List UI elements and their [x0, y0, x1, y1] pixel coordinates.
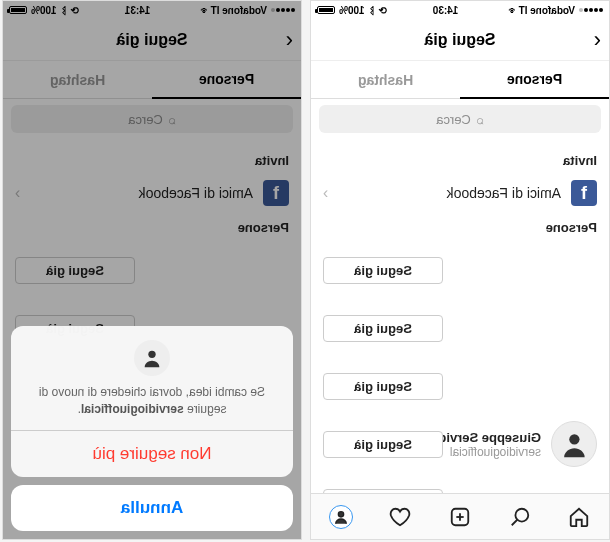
- nav-header: ‹ Segui già: [3, 19, 301, 61]
- search-icon: ⌕: [168, 112, 176, 127]
- cancel-button[interactable]: Annulla: [11, 485, 293, 531]
- time-label: 14:31: [125, 5, 151, 16]
- carrier-label: Vodafone IT: [211, 5, 267, 16]
- status-bar: Vodafone IT ᯤ 14:30 ⟳ ᛒ 100%: [311, 1, 609, 19]
- sheet-avatar: [134, 340, 170, 376]
- section-invite-heading: Invita: [3, 145, 301, 174]
- invite-facebook-row[interactable]: f Amici di Facebook ›: [3, 174, 301, 212]
- tab-hashtag[interactable]: Hashtag: [311, 61, 460, 99]
- search-icon: ⌕: [476, 112, 484, 127]
- list-item: Segui già: [323, 357, 597, 415]
- back-button[interactable]: ‹: [286, 27, 293, 53]
- invite-facebook-row[interactable]: f Amici di Facebook ›: [311, 174, 609, 212]
- invite-facebook-label: Amici di Facebook: [30, 185, 253, 201]
- tab-bar: [311, 493, 609, 539]
- sync-icon: ⟳: [71, 5, 79, 16]
- unfollow-button[interactable]: Non seguire più: [11, 431, 293, 477]
- time-label: 14:30: [433, 5, 459, 16]
- svg-point-0: [569, 434, 579, 444]
- battery-label: 100%: [31, 5, 57, 16]
- person-username: servidiogiuofficial: [453, 445, 541, 459]
- search-tab-icon[interactable]: [508, 505, 532, 529]
- tab-people[interactable]: Persone: [152, 61, 301, 99]
- bluetooth-icon: ᛒ: [369, 5, 375, 16]
- segment-tabs: Persone Hashtag: [311, 61, 609, 99]
- profile-tab-icon[interactable]: [329, 505, 353, 529]
- phone-screen-right: Vodafone IT ᯤ 14:31 ⟳ ᛒ 100% ‹ Segui già…: [2, 0, 302, 540]
- avatar[interactable]: [551, 421, 597, 467]
- svg-line-2: [511, 519, 517, 525]
- wifi-icon: ᯤ: [505, 5, 515, 16]
- following-button[interactable]: Segui già: [323, 431, 443, 458]
- following-button[interactable]: Segui già: [323, 315, 443, 342]
- section-people-heading: Persone: [3, 212, 301, 241]
- signal-icon: [579, 8, 603, 12]
- page-title: Segui già: [424, 31, 495, 49]
- tab-people[interactable]: Persone: [460, 61, 609, 99]
- following-button[interactable]: Segui già: [15, 257, 135, 284]
- list-item: Segui già: [323, 299, 597, 357]
- signal-icon: [271, 8, 295, 12]
- list-item: Giuseppe Servidio servidiogiuofficial Se…: [323, 415, 597, 473]
- bluetooth-icon: ᛒ: [61, 5, 67, 16]
- list-item: Segui già: [323, 241, 597, 299]
- svg-point-1: [515, 508, 528, 521]
- svg-point-7: [148, 351, 155, 358]
- back-button[interactable]: ‹: [594, 27, 601, 53]
- phone-screen-left: Vodafone IT ᯤ 14:30 ⟳ ᛒ 100% ‹ Segui già…: [310, 0, 610, 540]
- chevron-right-icon: ›: [15, 184, 20, 202]
- search-placeholder: Cerca: [436, 112, 471, 127]
- sheet-message: Se cambi idea, dovrai chiedere di nuovo …: [29, 384, 275, 418]
- list-item: Segui già: [15, 241, 289, 299]
- home-icon[interactable]: [567, 505, 591, 529]
- sync-icon: ⟳: [379, 5, 387, 16]
- page-title: Segui già: [116, 31, 187, 49]
- nav-header: ‹ Segui già: [311, 19, 609, 61]
- wifi-icon: ᯤ: [197, 5, 207, 16]
- add-post-icon[interactable]: [448, 505, 472, 529]
- following-button[interactable]: Segui già: [323, 373, 443, 400]
- action-sheet: Se cambi idea, dovrai chiedere di nuovo …: [11, 326, 293, 531]
- battery-label: 100%: [339, 5, 365, 16]
- status-bar: Vodafone IT ᯤ 14:31 ⟳ ᛒ 100%: [3, 1, 301, 19]
- search-bar[interactable]: ⌕ Cerca: [3, 105, 301, 139]
- search-placeholder: Cerca: [128, 112, 163, 127]
- tab-hashtag[interactable]: Hashtag: [3, 61, 152, 99]
- section-people-heading: Persone: [311, 212, 609, 241]
- search-bar[interactable]: ⌕ Cerca: [311, 105, 609, 139]
- section-invite-heading: Invita: [311, 145, 609, 174]
- person-name: Giuseppe Servidio: [453, 430, 541, 445]
- battery-icon: [9, 6, 27, 14]
- facebook-icon: f: [263, 180, 289, 206]
- following-button[interactable]: Segui già: [323, 257, 443, 284]
- svg-point-6: [338, 511, 343, 516]
- chevron-right-icon: ›: [323, 184, 328, 202]
- segment-tabs: Persone Hashtag: [3, 61, 301, 99]
- carrier-label: Vodafone IT: [519, 5, 575, 16]
- facebook-icon: f: [571, 180, 597, 206]
- battery-icon: [317, 6, 335, 14]
- invite-facebook-label: Amici di Facebook: [338, 185, 561, 201]
- activity-icon[interactable]: [388, 505, 412, 529]
